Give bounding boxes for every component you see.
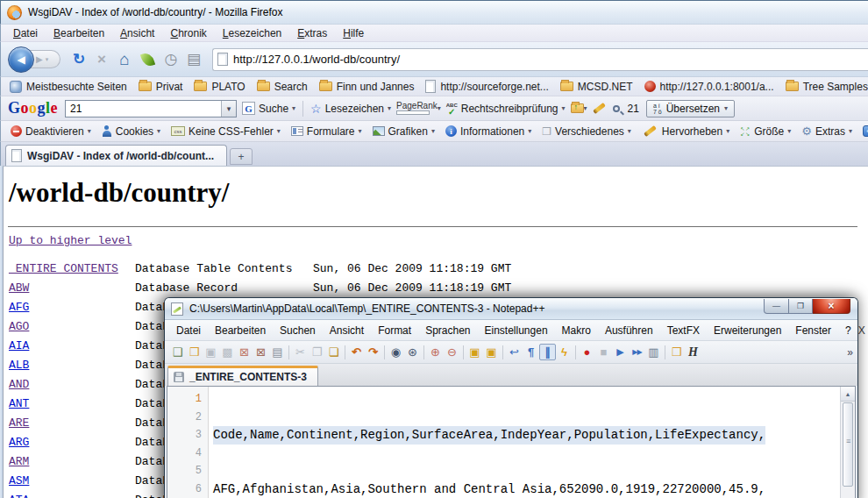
webdev-informationen[interactable]: iInformationen▾	[440, 125, 537, 138]
entry-link[interactable]: ARE	[9, 414, 135, 433]
search-history-dropdown[interactable]: ▾	[221, 101, 236, 117]
bookmark-folder-privat[interactable]: Privat	[134, 81, 190, 93]
chevron-down-icon[interactable]: ▾	[584, 104, 587, 112]
entry-link[interactable]: ASM	[9, 472, 135, 491]
bookmark-folder-plato[interactable]: PLATO	[189, 81, 252, 93]
webdev-css[interactable]: cssKeine CSS-Fehler▾	[166, 125, 286, 138]
bookmark-folder-mcsd[interactable]: MCSD.NET	[556, 81, 640, 93]
bookmark-folder-finn[interactable]: Finn und Jannes	[315, 81, 422, 93]
launch-in-browser-icon[interactable]: ❒	[668, 344, 685, 360]
entry-link[interactable]: ATA	[9, 491, 135, 498]
scroll-up-icon[interactable]: ▲	[841, 387, 855, 402]
macro-stop-icon[interactable]: ■	[595, 344, 612, 360]
npp-menu-erweiterungen[interactable]: Erweiterungen	[707, 323, 788, 338]
menu-ansicht[interactable]: Ansicht	[112, 25, 162, 41]
indent-guide-icon[interactable]: ∥	[539, 344, 556, 360]
bookmark-sourceforge[interactable]: http://sourceforge.net...	[421, 80, 555, 93]
webdev-formulare[interactable]: Formulare▾	[286, 125, 367, 138]
pagerank-widget[interactable]: PageRank	[396, 102, 438, 115]
entry-link[interactable]: AGO	[9, 317, 135, 337]
new-file-icon[interactable]: ❑	[169, 344, 186, 360]
webdev-grafiken[interactable]: Grafiken▾	[367, 125, 440, 138]
google-search-button[interactable]: GSuche▾	[237, 102, 301, 115]
menu-hilfe[interactable]: Hilfe	[335, 25, 372, 41]
reload-button[interactable]: ↻	[68, 50, 90, 68]
new-tab-button[interactable]: +	[230, 148, 253, 165]
close-file-icon[interactable]: ⊠	[236, 344, 253, 360]
function-completion-icon[interactable]: ϟ	[556, 344, 573, 360]
print-icon[interactable]: ▤	[269, 344, 286, 360]
toolbar-overflow-chevron[interactable]: »	[847, 346, 857, 359]
google-bookmarks-button[interactable]: ☆Lesezeichen▾	[305, 102, 396, 116]
webdev-quelltext[interactable]: ‹›Quelltext	[857, 125, 868, 138]
close-all-icon[interactable]: ⊠	[253, 344, 269, 360]
up-to-higher-level-link[interactable]: Up to higher level	[9, 234, 132, 247]
save-all-icon[interactable]: ▩	[219, 344, 236, 360]
npp-menu-bearbeiten[interactable]: Bearbeiten	[208, 323, 273, 338]
entry-link[interactable]: AFG	[9, 298, 135, 317]
open-file-icon[interactable]: ❒	[186, 344, 203, 360]
copy-icon[interactable]: ❐	[309, 344, 325, 360]
spellcheck-button[interactable]: ABC✓ Rechtschreibprüfung ▾	[441, 103, 571, 115]
sync-horizontal-icon[interactable]: ▣	[483, 344, 500, 360]
bookmark-folder-tree-samples[interactable]: Tree Samples	[781, 81, 868, 93]
text-editor[interactable]: Code,Name,Continent,Region,SurfaceArea,I…	[209, 387, 840, 498]
bookmark-localhost[interactable]: http://127.0.0.1:8001/a...	[640, 81, 781, 93]
history-dropdown-icon[interactable]: ▾	[46, 56, 49, 63]
url-text[interactable]: http://127.0.0.1/world-db/country/	[233, 53, 400, 66]
translate-button[interactable]: a í7 ö Übersetzen ▾	[646, 100, 735, 117]
paste-icon[interactable]: ❏	[325, 344, 342, 360]
webdev-cookies[interactable]: Cookies▾	[96, 125, 166, 138]
save-icon[interactable]: ▣	[203, 344, 219, 360]
macro-play-icon[interactable]: ▶	[612, 344, 629, 360]
home-button[interactable]: ⌂	[113, 50, 136, 69]
webdev-extras[interactable]: ⚙Extras▾	[796, 125, 857, 138]
bookmark-folder-search[interactable]: Search	[253, 81, 315, 93]
macro-save-icon[interactable]: ▥	[645, 344, 662, 360]
scrollbar-thumb[interactable]	[843, 402, 853, 487]
npp-menu-datei[interactable]: Datei	[169, 323, 208, 338]
npp-menu-ausfuehren[interactable]: Ausführen	[598, 323, 660, 338]
npp-menu-suchen[interactable]: Suchen	[273, 323, 323, 338]
menu-datei[interactable]: Datei	[5, 25, 46, 41]
show-all-characters-icon[interactable]: ¶	[523, 344, 539, 360]
npp-menu-textfx[interactable]: TextFX	[660, 323, 707, 338]
npp-menu-makro[interactable]: Makro	[555, 323, 598, 338]
menu-bearbeiten[interactable]: Bearbeiten	[46, 25, 112, 41]
entry-link[interactable]: _ENTIRE_CONTENTS	[9, 260, 135, 279]
entry-link[interactable]: ARM	[9, 452, 135, 472]
firefox-titlebar[interactable]: WsgiDAV - Index of /world-db/country/ - …	[0, 0, 868, 25]
url-bar[interactable]: http://127.0.0.1/world-db/country/	[212, 48, 868, 71]
notepadpp-titlebar[interactable]: C:\Users\Martin\AppData\Local\Temp\_ENTI…	[165, 298, 857, 320]
npp-menu-format[interactable]: Format	[371, 323, 418, 338]
webdev-verschiedenes[interactable]: ❒Verschiedenes▾	[537, 125, 637, 138]
redo-icon[interactable]: ↷	[365, 344, 381, 360]
macro-record-icon[interactable]: ●	[579, 344, 595, 360]
npp-menu-help[interactable]: ?	[838, 323, 858, 338]
sync-vertical-icon[interactable]: ▣	[466, 344, 483, 360]
google-search-box[interactable]: ▾	[65, 100, 237, 117]
menu-extras[interactable]: Extras	[289, 25, 335, 41]
html-icon[interactable]: H	[685, 344, 701, 360]
print-button[interactable]: ▤	[182, 50, 205, 68]
find-icon[interactable]: ◉	[388, 344, 404, 360]
menu-chronik[interactable]: Chronik	[162, 25, 214, 41]
undo-icon[interactable]: ↶	[348, 344, 365, 360]
replace-icon[interactable]: ⊛	[404, 344, 421, 360]
entry-link[interactable]: ALB	[9, 356, 135, 375]
npp-menu-sprachen[interactable]: Sprachen	[418, 323, 477, 338]
document-tab[interactable]: _ENTIRE_CONTENTS-3	[167, 366, 318, 386]
tab-wsgidav[interactable]: WsgiDAV - Index of /world-db/count...	[5, 145, 227, 166]
google-search-input[interactable]	[66, 103, 221, 115]
sage-leaf-icon[interactable]	[140, 51, 155, 68]
npp-menu-ansicht[interactable]: Ansicht	[323, 323, 371, 338]
entry-link[interactable]: ANT	[9, 395, 135, 414]
menu-lesezeichen[interactable]: Lesezeichen	[215, 25, 289, 41]
webdev-deaktivieren[interactable]: Deaktivieren▾	[5, 125, 96, 138]
history-clock-icon[interactable]: ◷	[160, 50, 182, 68]
cut-icon[interactable]: ✂	[292, 344, 309, 360]
back-button[interactable]: ◀	[8, 46, 34, 73]
entry-link[interactable]: ARG	[9, 433, 135, 452]
restore-button[interactable]: ❐	[789, 299, 813, 314]
npp-menu-einstellungen[interactable]: Einstellungen	[478, 323, 555, 338]
